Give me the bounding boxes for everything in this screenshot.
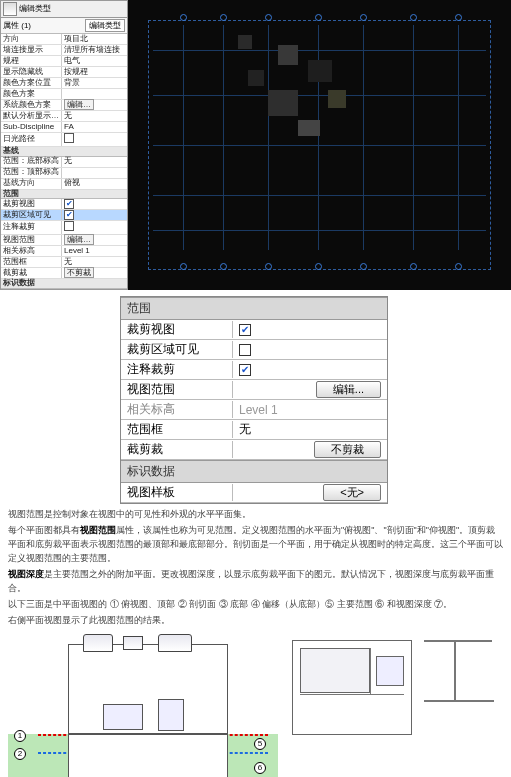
header-label: 编辑类型	[19, 5, 125, 14]
prop-row[interactable]: 墙连接显示清理所有墙连接	[1, 45, 127, 56]
value-button[interactable]: 编辑...	[316, 381, 381, 398]
prop-row[interactable]: Sub-DisciplineFA	[1, 122, 127, 133]
group-header-range: 范围	[121, 297, 387, 320]
prop-row[interactable]: 相关标高Level 1	[1, 246, 127, 257]
mid-row[interactable]: 注释裁剪	[121, 360, 387, 380]
checkbox[interactable]	[64, 221, 74, 231]
mid-value[interactable]	[233, 324, 387, 336]
checkbox[interactable]	[64, 199, 74, 209]
figure-wrap: 1 2 3 4 5 6 7	[8, 634, 503, 778]
mid-value[interactable]: Level 1	[233, 403, 387, 417]
grid-bubble	[265, 263, 272, 270]
mid-key: 视图范围	[121, 381, 233, 398]
callout-dot: 1	[14, 730, 26, 742]
description-text: 视图范围是控制对象在视图中的可见性和外观的水平平面集。 每个平面图都具有视图范围…	[8, 508, 503, 628]
prop-key: 裁剪视图	[1, 200, 61, 209]
prop-row[interactable]: 默认分析显示…无	[1, 111, 127, 122]
value-button[interactable]: 不剪裁	[64, 267, 94, 278]
prop-value[interactable]	[62, 221, 127, 234]
grid-bubble	[180, 14, 187, 21]
mid-row[interactable]: 视图范围编辑...	[121, 380, 387, 400]
desc-line: 每个平面图都具有视图范围属性，该属性也称为可见范围。定义视图范围的水平面为"俯视…	[8, 524, 503, 566]
prop-row[interactable]: 规程电气	[1, 56, 127, 67]
value-button[interactable]: <无>	[323, 484, 381, 501]
instance-dropdown[interactable]	[3, 21, 58, 30]
mid-row[interactable]: 相关标高Level 1	[121, 400, 387, 420]
prop-key: 显示隐藏线	[1, 68, 61, 77]
value-button[interactable]: 编辑…	[64, 99, 94, 110]
readonly-value: Level 1	[239, 403, 278, 417]
checkbox[interactable]	[239, 364, 251, 376]
prop-row[interactable]: 日光路径	[1, 133, 127, 147]
checkbox[interactable]	[239, 344, 251, 356]
prop-row[interactable]: 视图样板<无>	[1, 289, 127, 290]
mid-key: 注释裁剪	[121, 361, 233, 378]
mid-value[interactable]: 无	[233, 421, 387, 438]
prop-row[interactable]: 视图范围编辑…	[1, 235, 127, 246]
prop-row[interactable]: 颜色方案位置背景	[1, 78, 127, 89]
checkbox[interactable]	[64, 210, 74, 220]
prop-key: 颜色方案	[1, 90, 61, 99]
prop-row[interactable]: 裁剪区域可见	[1, 210, 127, 221]
mid-value[interactable]	[233, 344, 387, 356]
prop-group-header: 范围	[1, 190, 127, 200]
desc-line: 右侧平面视图显示了此视图范围的结果。	[8, 614, 503, 628]
value-button[interactable]: 不剪裁	[314, 441, 381, 458]
prop-value[interactable]: 按规程	[62, 68, 127, 77]
prop-row[interactable]: 范围：底部标高无	[1, 157, 127, 168]
value-button[interactable]: 编辑…	[64, 234, 94, 245]
mid-row[interactable]: 裁剪区域可见	[121, 340, 387, 360]
prop-key: 默认分析显示…	[1, 112, 61, 121]
mid-key: 裁剪视图	[121, 321, 233, 338]
prop-value[interactable]: 项目北	[62, 35, 127, 44]
desc-line: 以下三面是中平面视图的 ① 俯视图、顶部 ② 剖切面 ③ 底部 ④ 偏移（从底部…	[8, 598, 503, 612]
prop-key: 注释裁剪	[1, 223, 61, 232]
prop-value[interactable]	[62, 199, 127, 209]
prop-value[interactable]: 编辑…	[62, 236, 127, 245]
prop-row[interactable]: 基线方向俯视	[1, 179, 127, 190]
mid-key: 视图样板	[121, 484, 233, 501]
prop-value[interactable]: 电气	[62, 57, 127, 66]
prop-key: 基线方向	[1, 179, 61, 188]
prop-row[interactable]: 裁剪视图	[1, 199, 127, 210]
mid-value[interactable]: 不剪裁	[233, 441, 387, 458]
mid-value[interactable]: 编辑...	[233, 381, 387, 398]
mid-value[interactable]	[233, 364, 387, 376]
prop-value[interactable]: 无	[62, 112, 127, 121]
floor-plan-canvas[interactable]	[128, 0, 511, 290]
prop-value[interactable]	[62, 133, 127, 146]
prop-key: 范围框	[1, 258, 61, 267]
prop-value[interactable]: Level 1	[62, 247, 127, 256]
prop-value[interactable]: FA	[62, 123, 127, 132]
desc-line: 视图范围是控制对象在视图中的可见性和外观的水平平面集。	[8, 508, 503, 522]
prop-row[interactable]: 范围：顶部标高	[1, 168, 127, 179]
grid-bubble	[455, 263, 462, 270]
prop-value[interactable]: 背景	[62, 79, 127, 88]
grid-bubble	[265, 14, 272, 21]
prop-value[interactable]: 不剪裁	[62, 269, 127, 278]
prop-row[interactable]: 方向项目北	[1, 34, 127, 45]
grid-bubble	[220, 14, 227, 21]
checkbox[interactable]	[64, 133, 74, 143]
prop-value[interactable]: 无	[62, 258, 127, 267]
mid-row[interactable]: 范围框无	[121, 420, 387, 440]
prop-value[interactable]	[62, 210, 127, 220]
prop-row[interactable]: 显示隐藏线按规程	[1, 67, 127, 78]
prop-value[interactable]: 编辑…	[62, 101, 127, 110]
prop-value[interactable]: 俯视	[62, 179, 127, 188]
prop-row[interactable]: 系统颜色方案编辑…	[1, 100, 127, 111]
edit-type-button[interactable]: 编辑类型	[85, 19, 125, 32]
prop-value[interactable]: 无	[62, 157, 127, 166]
mid-key: 相关标高	[121, 401, 233, 418]
prop-value[interactable]: 清理所有墙连接	[62, 46, 127, 55]
checkbox[interactable]	[239, 324, 251, 336]
mid-row[interactable]: 视图样板<无>	[121, 483, 387, 503]
mid-value[interactable]: <无>	[233, 484, 387, 501]
grid-bubble	[315, 14, 322, 21]
mid-row[interactable]: 截剪裁不剪裁	[121, 440, 387, 460]
instance-row[interactable]: 编辑类型	[1, 18, 127, 34]
prop-key: 日光路径	[1, 135, 61, 144]
prop-key: 颜色方案位置	[1, 79, 61, 88]
mid-row[interactable]: 裁剪视图	[121, 320, 387, 340]
properties-header: 编辑类型	[1, 1, 127, 18]
